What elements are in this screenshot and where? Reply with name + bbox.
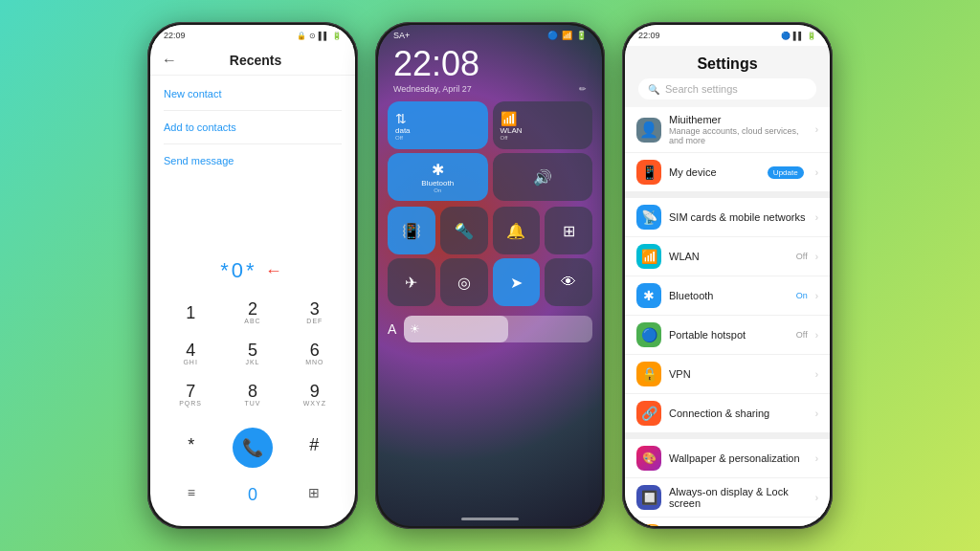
search-bar[interactable]: 🔍 Search settings [638,78,816,99]
back-button[interactable]: ← [162,52,177,69]
key-7[interactable]: 7PQRS [161,375,221,414]
settings-item-wlan[interactable]: 📶 WLAN Off › [625,237,830,276]
sound-tile[interactable]: 🔊 [493,153,593,201]
divider-1 [164,110,342,111]
brightness-slider[interactable]: ☀ [404,316,592,342]
add-to-contacts-action[interactable]: Add to contacts [164,117,342,138]
key-6[interactable]: 6MNO [284,334,345,373]
wlan-tile[interactable]: 📶 WLAN Off [493,101,593,149]
wlan-label: WLAN [501,126,523,135]
control-row-bt: ✱ Bluetooth On 🔊 [378,151,602,203]
key-2[interactable]: 2ABC [223,293,283,332]
eye-icon: 👁 [561,274,576,291]
key-5[interactable]: 5JKL [223,334,283,373]
auto-rotate-icon: ◎ [457,274,471,292]
device-text: My device [669,166,760,178]
bluetooth-tile[interactable]: ✱ Bluetooth On [388,153,488,201]
key-3[interactable]: 3DEF [284,293,345,332]
hotspot-title: Portable hotspot [669,329,785,341]
auto-rotate-tile[interactable]: ◎ [440,258,488,306]
key-4[interactable]: 4GHI [161,334,221,373]
divider-2 [164,143,342,144]
settings-item-connection[interactable]: 🔗 Connection & sharing › [625,394,830,433]
status-bar-2: SA+ 🔵 📶 🔋 [378,25,602,42]
settings-item-bluetooth[interactable]: ✱ Bluetooth On › [625,276,830,316]
new-contact-action[interactable]: New contact [164,83,342,104]
phone-control-center: SA+ 🔵 📶 🔋 22:08 Wednesday, April 27 ✏ ⇅ … [375,22,605,529]
aod-text: Always-on display & Lock screen [669,486,808,509]
profile-text: Miuithemer Manage accounts, cloud servic… [669,114,808,145]
key-hash[interactable]: # [283,428,345,468]
settings-item-vpn[interactable]: 🔒 VPN › [625,355,830,394]
data-tile[interactable]: ⇅ data Off [388,101,488,149]
connection-text: Connection & sharing [669,408,808,419]
home-indicator[interactable] [378,511,602,526]
search-icon: 🔍 [648,84,659,95]
settings-item-device[interactable]: 📱 My device Update › [625,153,830,192]
dnd-icon: 🔔 [506,222,525,240]
phone-settings: 22:09 🔵 ▌▌ 🔋 Settings 🔍 Search settings … [622,22,833,529]
phone-dialer: 22:09 🔒 ⊙ ▌▌ 🔋 ← Recents New contact Add… [147,22,358,529]
quick-actions: New contact Add to contacts Send message [150,76,355,179]
settings-header: Settings 🔍 Search settings [625,46,830,107]
bluetooth-settings-icon: ✱ [636,283,661,308]
status-time-1: 22:09 [164,31,186,40]
control-center-content: SA+ 🔵 📶 🔋 22:08 Wednesday, April 27 ✏ ⇅ … [378,25,602,526]
location-icon: ➤ [510,274,523,292]
device-title: My device [669,166,760,178]
settings-item-sim[interactable]: 📡 SIM cards & mobile networks › [625,198,830,237]
key-star[interactable]: * [161,428,222,468]
brightness-sun-icon: ☀ [410,322,420,336]
sim-text: SIM cards & mobile networks [669,211,808,223]
chevron-bluetooth: › [815,291,818,301]
delete-button[interactable]: ← [265,261,285,281]
status-icons-3: 🔵 ▌▌ 🔋 [781,32,816,40]
vibrate-tile[interactable]: 📳 [388,207,435,254]
cast-icon: ⊞ [563,222,575,240]
settings-item-profile[interactable]: 👤 Miuithemer Manage accounts, cloud serv… [625,107,830,153]
hotspot-icon: 🔵 [636,322,661,347]
chevron-vpn: › [815,369,818,380]
sound-icon: 🔊 [533,168,552,187]
settings-item-wallpaper[interactable]: 🎨 Wallpaper & personalization › [625,439,830,478]
control-center-time: 22:08 [378,42,602,84]
send-message-action[interactable]: Send message [164,150,342,171]
dnd-tile[interactable]: 🔔 [493,207,541,254]
status-icons-2: 🔵 📶 🔋 [547,31,587,40]
display-icon: ☀ [636,524,661,526]
location-tile[interactable]: ➤ [493,258,541,306]
status-icons-1: 🔒 ⊙ ▌▌ 🔋 [297,32,342,40]
edit-icon[interactable]: ✏ [579,84,587,94]
status-time-3: 22:09 [638,31,660,40]
settings-item-hotspot[interactable]: 🔵 Portable hotspot Off › [625,316,830,355]
airplane-icon: ✈ [405,274,417,292]
cast-tile[interactable]: ⊞ [545,207,592,254]
profile-icon: 👤 [636,118,661,143]
settings-item-display[interactable]: ☀ Display › [625,518,830,526]
key-1[interactable]: 1 [161,293,221,332]
eye-tile[interactable]: 👁 [545,258,592,306]
wallpaper-text: Wallpaper & personalization [669,452,808,464]
wlan-status: Off [796,252,808,261]
settings-item-aod[interactable]: 🔲 Always-on display & Lock screen › [625,478,830,518]
keypad: 1 2ABC 3DEF 4GHI 5JKL 6MNO 7PQRS 8TUV 9W… [161,293,345,414]
chevron-sim: › [815,212,818,223]
control-row-2: 📳 🔦 🔔 ⊞ [378,207,602,254]
airplane-tile[interactable]: ✈ [388,258,435,306]
hotspot-text: Portable hotspot [669,329,785,341]
torch-tile[interactable]: 🔦 [440,207,488,254]
key-9[interactable]: 9WXYZ [284,375,345,414]
data-icon: ⇅ [395,111,411,126]
menu-icon[interactable]: ≡ [161,477,222,513]
grid-icon[interactable]: ⊞ [283,477,345,513]
call-button[interactable]: 📞 [233,428,273,468]
key-zero[interactable]: 0 [222,477,283,513]
recents-title: Recents [187,53,324,68]
key-8[interactable]: 8TUV [223,375,283,414]
wlan-icon: 📶 [501,111,523,126]
bluetooth-icon: ✱ [432,161,444,179]
vpn-text: VPN [669,368,808,380]
chevron-wallpaper: › [815,453,818,464]
chevron-profile: › [815,124,818,135]
call-row: * 📞 # [161,428,345,468]
